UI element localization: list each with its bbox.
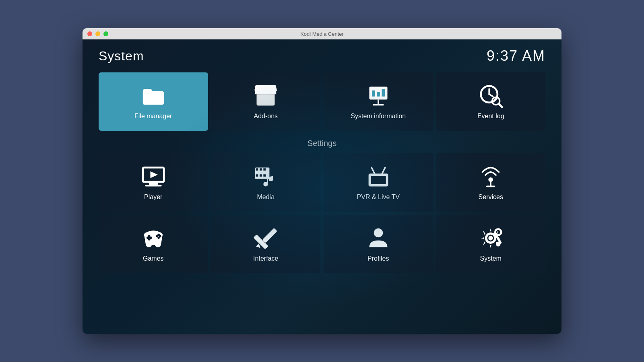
monitor-play-icon bbox=[141, 165, 165, 189]
gear-fork-icon bbox=[479, 226, 503, 250]
interface-item[interactable]: Interface bbox=[211, 215, 321, 273]
settings-section: Settings bbox=[99, 139, 545, 273]
svg-marker-36 bbox=[256, 243, 260, 248]
svg-rect-17 bbox=[260, 168, 262, 171]
system-information-item[interactable]: System information bbox=[324, 72, 433, 131]
system-settings-label: System bbox=[480, 255, 502, 262]
title-bar: Kodi Media Center bbox=[83, 28, 561, 39]
svg-rect-4 bbox=[377, 92, 380, 96]
svg-rect-13 bbox=[149, 183, 158, 185]
settings-row-2: Games bbox=[99, 215, 545, 273]
svg-line-24 bbox=[382, 167, 385, 173]
minimize-button[interactable] bbox=[95, 31, 100, 36]
svg-rect-37 bbox=[262, 228, 277, 243]
clock-search-icon bbox=[479, 84, 503, 108]
mac-window: Kodi Media Center System 9:37 AM File ma… bbox=[83, 28, 561, 334]
page-title: System bbox=[99, 49, 144, 64]
kodi-main: File manager bbox=[83, 68, 561, 334]
event-log-label: Event log bbox=[477, 113, 504, 120]
add-ons-label: Add-ons bbox=[254, 113, 278, 120]
player-label: Player bbox=[144, 193, 162, 201]
window-title: Kodi Media Center bbox=[300, 31, 344, 37]
clock: 9:37 AM bbox=[487, 47, 545, 64]
title-bar-buttons bbox=[87, 31, 108, 36]
svg-point-41 bbox=[495, 229, 502, 235]
games-label: Games bbox=[143, 255, 164, 262]
pvr-live-tv-label: PVR & Live TV bbox=[357, 193, 400, 201]
pvr-live-tv-item[interactable]: PVR & Live TV bbox=[324, 153, 433, 212]
svg-rect-25 bbox=[371, 176, 386, 184]
system-information-label: System information bbox=[351, 113, 406, 120]
kodi-header: System 9:37 AM bbox=[83, 39, 561, 68]
file-manager-label: File manager bbox=[134, 113, 172, 120]
svg-line-23 bbox=[372, 167, 375, 173]
tv-icon bbox=[366, 165, 390, 189]
svg-rect-21 bbox=[264, 174, 266, 177]
media-item[interactable]: Media bbox=[211, 153, 321, 212]
kodi-content: System 9:37 AM File manager bbox=[83, 39, 561, 334]
close-button[interactable] bbox=[87, 31, 92, 36]
podcast-icon bbox=[479, 165, 503, 189]
svg-point-33 bbox=[157, 233, 160, 236]
gamepad-icon bbox=[141, 226, 165, 250]
svg-rect-20 bbox=[260, 174, 262, 177]
svg-rect-19 bbox=[256, 174, 258, 177]
system-settings-item[interactable]: System bbox=[436, 215, 546, 273]
svg-line-8 bbox=[489, 94, 493, 97]
media-icon bbox=[254, 165, 278, 189]
svg-rect-3 bbox=[372, 90, 375, 96]
settings-row-1: Player bbox=[99, 153, 545, 212]
svg-point-42 bbox=[496, 242, 500, 246]
folder-icon bbox=[141, 84, 165, 108]
svg-marker-12 bbox=[150, 171, 158, 178]
top-row: File manager bbox=[99, 72, 545, 131]
box-icon bbox=[254, 84, 278, 108]
svg-line-10 bbox=[499, 103, 502, 107]
svg-rect-14 bbox=[145, 185, 161, 186]
svg-rect-18 bbox=[264, 168, 266, 171]
games-item[interactable]: Games bbox=[99, 215, 208, 273]
svg-point-34 bbox=[157, 237, 160, 239]
svg-rect-5 bbox=[382, 89, 385, 97]
pencil-ruler-icon bbox=[254, 226, 278, 250]
settings-grid: Player bbox=[99, 153, 545, 273]
player-item[interactable]: Player bbox=[99, 153, 208, 212]
svg-point-38 bbox=[374, 228, 383, 237]
services-label: Services bbox=[479, 193, 503, 201]
media-label: Media bbox=[257, 193, 275, 201]
svg-point-39 bbox=[489, 236, 493, 240]
event-log-item[interactable]: Event log bbox=[436, 72, 546, 131]
settings-title: Settings bbox=[99, 139, 545, 148]
svg-rect-30 bbox=[148, 235, 151, 240]
interface-label: Interface bbox=[253, 255, 278, 262]
person-icon bbox=[366, 226, 390, 250]
file-manager-item[interactable]: File manager bbox=[99, 72, 208, 131]
profiles-label: Profiles bbox=[367, 255, 389, 262]
services-item[interactable]: Services bbox=[436, 153, 546, 212]
profiles-item[interactable]: Profiles bbox=[324, 215, 433, 273]
maximize-button[interactable] bbox=[103, 31, 108, 36]
presentation-icon bbox=[366, 84, 390, 108]
add-ons-item[interactable]: Add-ons bbox=[211, 72, 321, 131]
svg-rect-16 bbox=[256, 168, 258, 171]
